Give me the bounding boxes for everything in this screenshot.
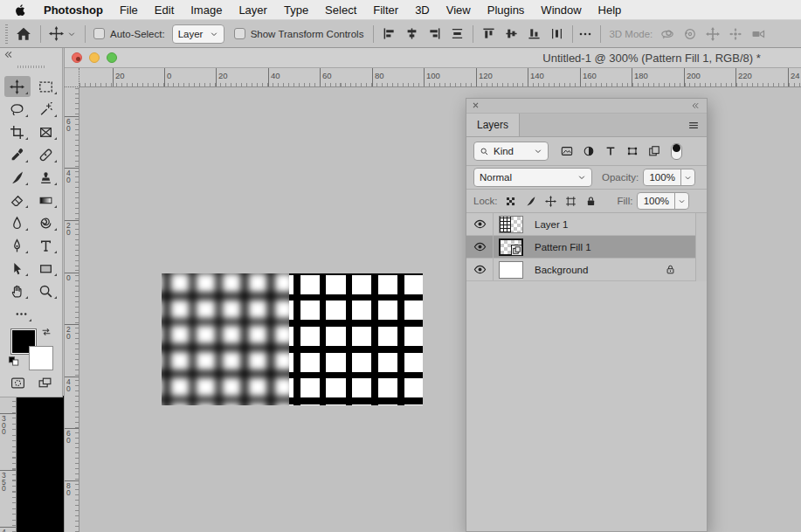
screen-mode-button[interactable] — [37, 376, 53, 390]
quick-selection-tool[interactable] — [33, 99, 59, 120]
rectangular-marquee-tool[interactable] — [33, 76, 59, 97]
menu-item-view[interactable]: View — [446, 3, 471, 17]
horizontal-ruler[interactable]: 2002040608010012014016018020022024 — [79, 68, 801, 87]
panel-menu-icon[interactable] — [687, 120, 700, 131]
zoom-tool[interactable] — [33, 280, 59, 301]
opacity-chevron-icon[interactable] — [680, 169, 694, 185]
menu-item-help[interactable]: Help — [598, 3, 622, 17]
lasso-tool[interactable] — [4, 99, 31, 120]
opacity-value[interactable]: 100% — [644, 172, 680, 183]
align-top-edges-icon[interactable] — [482, 27, 495, 40]
distribute-vertical-centers-icon[interactable] — [451, 27, 464, 40]
home-button[interactable] — [16, 26, 31, 42]
lock-image-pixels-icon[interactable] — [525, 196, 536, 207]
filter-shape-layers-icon[interactable] — [626, 145, 639, 157]
healing-brush-tool[interactable] — [33, 144, 59, 165]
filter-pixel-layers-icon[interactable] — [561, 145, 573, 157]
align-horizontal-centers-icon[interactable] — [405, 27, 418, 40]
minimize-window-button[interactable] — [89, 52, 100, 63]
document-title-bar[interactable]: Untitled-1 @ 300% (Pattern Fill 1, RGB/8… — [65, 48, 801, 68]
menu-item-select[interactable]: Select — [325, 3, 356, 17]
opacity-field[interactable]: 100% — [643, 169, 695, 186]
align-bottom-edges-icon[interactable] — [528, 27, 541, 40]
options-bar-grip[interactable] — [5, 24, 8, 44]
collapse-toolbar-icon[interactable] — [3, 50, 13, 59]
menu-item-type[interactable]: Type — [284, 3, 308, 17]
move-tool-preset-icon[interactable] — [49, 26, 64, 41]
menu-item-file[interactable]: File — [120, 3, 138, 17]
default-colors-icon[interactable] — [8, 353, 21, 366]
menu-item-window[interactable]: Window — [541, 3, 581, 17]
layer-name[interactable]: Layer 1 — [535, 219, 568, 230]
quick-mask-button[interactable] — [10, 376, 26, 390]
fill-value[interactable]: 100% — [638, 196, 674, 206]
hand-tool[interactable] — [4, 280, 31, 301]
layer-thumbnail[interactable] — [499, 261, 523, 279]
layer-row-background[interactable]: Background — [466, 259, 695, 281]
type-tool[interactable] — [33, 235, 59, 256]
layer-thumbnail[interactable] — [499, 216, 523, 233]
collapse-panel-icon[interactable] — [691, 101, 700, 110]
toolbar-grip[interactable] — [17, 66, 45, 68]
menu-item-layer[interactable]: Layer — [238, 3, 267, 17]
background-document-vertical-ruler[interactable]: 3 0 03 5 04 — [0, 396, 17, 532]
edit-toolbar-button[interactable] — [8, 303, 34, 324]
filter-type-layers-icon[interactable] — [604, 145, 617, 157]
eraser-tool[interactable] — [4, 190, 31, 211]
menu-item-photoshop[interactable]: Photoshop — [44, 3, 103, 17]
lock-position-icon[interactable] — [545, 196, 556, 207]
menu-item-filter[interactable]: Filter — [373, 3, 398, 17]
frame-tool[interactable] — [33, 121, 59, 142]
rectangle-tool[interactable] — [33, 258, 59, 279]
auto-select-checkbox[interactable] — [93, 28, 105, 39]
menu-item-plugins[interactable]: Plugins — [487, 3, 525, 17]
menu-item-image[interactable]: Image — [190, 3, 222, 17]
show-transform-checkbox[interactable] — [234, 28, 245, 39]
layer-row-pattern-fill-1[interactable]: Pattern Fill 1 — [466, 236, 695, 259]
background-document-canvas[interactable] — [17, 396, 64, 532]
clone-stamp-tool[interactable] — [33, 167, 59, 188]
swap-colors-icon[interactable] — [40, 326, 52, 338]
layer-visibility-eye-icon[interactable] — [466, 259, 494, 280]
eyedropper-tool[interactable] — [4, 144, 31, 165]
lock-all-icon[interactable] — [585, 196, 597, 207]
layers-scrollbar[interactable] — [695, 213, 707, 281]
background-color-swatch[interactable] — [29, 346, 53, 370]
close-panel-icon[interactable] — [472, 101, 480, 109]
filter-adjustment-layers-icon[interactable] — [583, 145, 595, 157]
path-selection-tool[interactable] — [4, 258, 31, 279]
layer-name[interactable]: Background — [535, 265, 588, 275]
layer-thumbnail[interactable] — [499, 238, 523, 256]
filter-kind-dropdown[interactable]: Kind — [473, 142, 549, 161]
ruler-origin-corner[interactable] — [65, 68, 79, 87]
pen-tool[interactable] — [4, 235, 31, 256]
filtering-toggle[interactable] — [671, 143, 682, 160]
fill-chevron-icon[interactable] — [674, 193, 688, 209]
align-vertical-centers-icon[interactable] — [505, 27, 518, 40]
layers-panel-header[interactable] — [466, 99, 707, 114]
vertical-ruler[interactable]: 6 04 02 002 04 06 08 0 — [65, 87, 79, 532]
lock-transparent-pixels-icon[interactable] — [505, 196, 516, 207]
smudge-tool[interactable] — [33, 212, 59, 233]
layer-row-layer-1[interactable]: Layer 1 — [466, 213, 695, 236]
more-align-options-icon[interactable] — [578, 27, 592, 41]
tool-preset-chevron-icon[interactable] — [67, 30, 76, 38]
zoom-window-button[interactable] — [107, 52, 117, 63]
align-right-edges-icon[interactable] — [428, 27, 441, 40]
tab-layers[interactable]: Layers — [466, 114, 520, 136]
apple-menu[interactable] — [14, 3, 27, 17]
canvas-artwork[interactable] — [162, 273, 423, 405]
crop-tool[interactable] — [4, 121, 31, 142]
gradient-tool[interactable] — [33, 190, 59, 211]
blend-mode-dropdown[interactable]: Normal — [473, 168, 592, 187]
filter-smart-objects-icon[interactable] — [648, 145, 660, 157]
distribute-horizontal-centers-icon[interactable] — [550, 27, 563, 40]
menu-item-3d[interactable]: 3D — [415, 3, 430, 17]
brush-tool[interactable] — [4, 167, 31, 188]
auto-select-target-dropdown[interactable]: Layer — [172, 24, 224, 44]
layer-visibility-eye-icon[interactable] — [466, 213, 494, 235]
lock-artboard-nesting-icon[interactable] — [565, 196, 577, 207]
blur-tool[interactable] — [4, 212, 31, 233]
fill-field[interactable]: 100% — [637, 192, 689, 210]
close-window-button[interactable] — [72, 52, 82, 63]
